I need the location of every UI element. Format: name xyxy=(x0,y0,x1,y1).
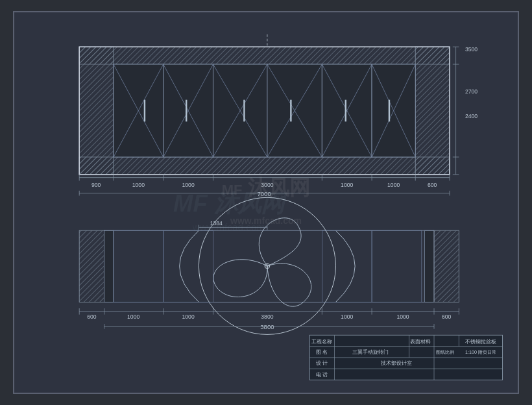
tb-design-label: 设 计 xyxy=(316,360,328,366)
watermark-url: www.mfcad.com xyxy=(192,221,265,232)
dim-2700: 2700 xyxy=(465,88,478,95)
dim-1000-3: 1000 xyxy=(341,182,353,188)
tb-project-label: 工程名称 xyxy=(311,339,332,345)
dim-3000: 3000 xyxy=(261,182,273,188)
drawing-container: MF 沐风网 www.mfcad.com xyxy=(13,11,519,394)
watermark-text: MF 沐风网 xyxy=(173,190,288,217)
tb-phone-label: 电 话 xyxy=(316,372,328,378)
tb-design-value: 技术部设计室 xyxy=(380,360,412,366)
plan-dim-1000-3: 1000 xyxy=(341,313,353,320)
svg-rect-57 xyxy=(322,230,372,302)
svg-rect-58 xyxy=(372,230,422,302)
plan-dim-1000-1: 1000 xyxy=(127,313,139,320)
tb-view-label: 附页日常 xyxy=(478,350,496,355)
plan-dim-600-left: 600 xyxy=(87,313,97,320)
dim-1000-2: 1000 xyxy=(182,182,194,188)
svg-rect-51 xyxy=(434,230,459,302)
dim-600-right: 600 xyxy=(428,182,437,188)
plan-dim-3800: 3800 xyxy=(261,313,273,320)
dim-2400: 2400 xyxy=(465,113,478,119)
plan-dim-1000-4: 1000 xyxy=(396,313,409,320)
dim-1000-4: 1000 xyxy=(387,182,400,188)
tb-surface-value: 不锈钢拉丝板 xyxy=(465,339,496,345)
tb-drawing-value: 三翼手动旋转门 xyxy=(352,349,389,355)
svg-rect-3 xyxy=(79,47,450,64)
tb-drawing-label: 图 名 xyxy=(316,349,328,355)
tb-surface-label: 表面材料 xyxy=(410,339,431,345)
tb-scale-value: 1:100 xyxy=(465,349,477,355)
svg-rect-55 xyxy=(114,230,163,302)
dim-900: 900 xyxy=(91,182,101,188)
svg-rect-1 xyxy=(79,47,114,175)
plan-dim-1000-2: 1000 xyxy=(182,313,194,320)
plan-dim-600-right: 600 xyxy=(442,313,452,320)
tb-scale-label: 图纸比例 xyxy=(436,350,454,354)
svg-rect-50 xyxy=(425,230,434,302)
svg-rect-49 xyxy=(104,230,114,302)
svg-rect-48 xyxy=(79,230,104,302)
svg-rect-2 xyxy=(415,47,450,175)
dim-3500: 3500 xyxy=(465,46,478,53)
cad-svg: 900 1000 1000 3000 1000 1000 600 7000 35… xyxy=(21,19,511,386)
dim-1000-1: 1000 xyxy=(132,182,145,188)
svg-rect-4 xyxy=(79,157,450,175)
svg-rect-56 xyxy=(163,230,213,302)
